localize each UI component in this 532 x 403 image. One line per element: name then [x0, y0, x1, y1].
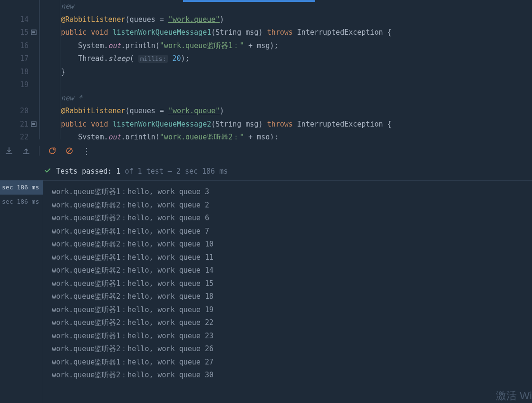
- console-line: work.queue监听器2：hello, work queue 22: [52, 316, 523, 330]
- console-line: work.queue监听器2：hello, work queue 10: [52, 238, 523, 251]
- slash-circle-icon[interactable]: [65, 147, 74, 155]
- console-line: work.queue监听器1：hello, work queue 23: [52, 330, 523, 343]
- console-line: work.queue监听器2：hello, work queue 26: [52, 343, 523, 356]
- code-line[interactable]: new: [44, 0, 532, 13]
- watermark-text: 激活 Wi: [496, 389, 532, 403]
- console-line: work.queue监听器1：hello, work queue 15: [52, 277, 523, 291]
- console-line: work.queue监听器2：hello, work queue 2: [52, 199, 523, 212]
- console-line: work.queue监听器1：hello, work queue 3: [52, 186, 523, 199]
- code-area[interactable]: new @RabbitListener(queues = "work.queue…: [40, 0, 532, 139]
- run-toolbar: ⋮: [0, 139, 532, 162]
- code-line[interactable]: }: [44, 66, 532, 79]
- gutter: 13 14 15 16 17 18 19 20 21 22: [0, 0, 40, 139]
- indent-guide: [60, 0, 60, 139]
- svg-point-5: [53, 148, 55, 150]
- test-tree-item[interactable]: sec 186 ms: [0, 180, 43, 195]
- line-number[interactable]: 19: [0, 79, 39, 92]
- test-tree[interactable]: sec 186 ms sec 186 ms: [0, 180, 43, 209]
- line-number[interactable]: 16: [0, 39, 39, 53]
- console-line: work.queue监听器1：hello, work queue 27: [52, 356, 523, 369]
- override-icon[interactable]: [30, 29, 37, 36]
- code-line[interactable]: new *: [44, 92, 532, 105]
- console-line: work.queue监听器2：hello, work queue 6: [52, 212, 523, 225]
- line-number[interactable]: 14: [0, 13, 39, 27]
- line-number[interactable]: 18: [0, 66, 39, 79]
- more-options-icon[interactable]: ⋮: [82, 146, 91, 156]
- code-line[interactable]: public void listenWorkQueueMessage1(Stri…: [44, 26, 532, 39]
- console-line: work.queue监听器1：hello, work queue 11: [52, 251, 523, 265]
- line-number[interactable]: 15: [0, 26, 39, 39]
- code-line[interactable]: @RabbitListener(queues = "work.queue"): [44, 105, 532, 118]
- line-number[interactable]: 20: [0, 105, 39, 118]
- run-panel: ⋮ Tests passed: 1 of 1 test – 2 sec 186 …: [0, 139, 532, 403]
- override-icon[interactable]: [30, 121, 37, 128]
- line-number[interactable]: 21: [0, 118, 39, 131]
- toolbar-divider: [39, 146, 39, 156]
- console-line: work.queue监听器2：hello, work queue 18: [52, 290, 523, 304]
- code-line[interactable]: public void listenWorkQueueMessage2(Stri…: [44, 118, 532, 131]
- svg-rect-3: [32, 123, 35, 125]
- upload-icon[interactable]: [22, 147, 30, 155]
- code-line[interactable]: Thread.sleep( millis: 20);: [44, 52, 532, 66]
- svg-rect-1: [32, 31, 35, 33]
- test-tree-item[interactable]: sec 186 ms: [0, 195, 43, 209]
- console-line: work.queue监听器2：hello, work queue 14: [52, 264, 523, 277]
- console-output[interactable]: work.queue监听器1：hello, work queue 3 work.…: [43, 180, 532, 403]
- console-line: work.queue监听器1：hello, work queue 19: [52, 304, 523, 317]
- check-icon: [44, 167, 51, 176]
- code-line[interactable]: [44, 79, 532, 92]
- console-line: work.queue监听器2：hello, work queue 30: [52, 369, 523, 382]
- svg-line-7: [67, 148, 72, 153]
- circle-icon[interactable]: [48, 147, 57, 155]
- code-line[interactable]: @RabbitListener(queues = "work.queue"): [44, 13, 532, 27]
- tests-passed-text: Tests passed: 1 of 1 test – 2 sec 186 ms: [56, 167, 228, 176]
- line-number[interactable]: [0, 92, 39, 105]
- console-line: work.queue监听器1：hello, work queue 7: [52, 225, 523, 238]
- editor-pane: 13 14 15 16 17 18 19 20 21 22 new @Rabbi…: [0, 0, 532, 139]
- code-line[interactable]: System.out.println("work.queue监听器1：" + m…: [44, 39, 532, 53]
- download-icon[interactable]: [5, 147, 13, 155]
- test-status-bar: Tests passed: 1 of 1 test – 2 sec 186 ms: [0, 162, 532, 180]
- line-number[interactable]: 13: [0, 0, 39, 13]
- line-number[interactable]: 17: [0, 52, 39, 66]
